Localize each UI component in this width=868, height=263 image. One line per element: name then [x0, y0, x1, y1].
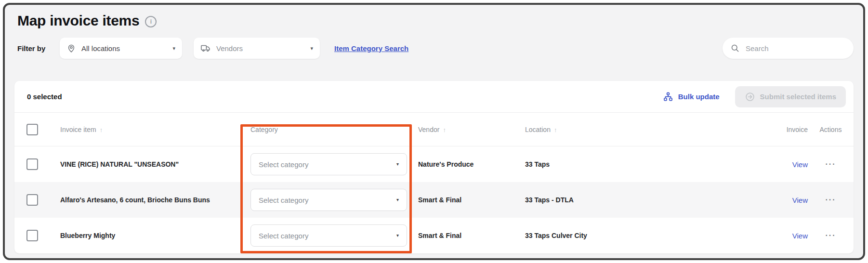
column-header-category: Category	[250, 126, 418, 133]
search-input[interactable]	[745, 44, 846, 53]
view-invoice-link[interactable]: View	[792, 196, 808, 204]
sort-asc-icon: ↑	[554, 126, 557, 133]
locations-dropdown-value: All locations	[81, 44, 172, 53]
view-invoice-link[interactable]: View	[792, 160, 808, 169]
filter-bar: Filter by All locations ▾	[17, 38, 854, 59]
vendors-dropdown-placeholder: Vendors	[216, 44, 310, 53]
search-box[interactable]	[723, 38, 854, 59]
row-checkbox[interactable]	[26, 158, 38, 170]
select-all-checkbox[interactable]	[26, 124, 38, 135]
location-pin-icon	[66, 43, 76, 53]
category-select-placeholder: Select category	[259, 160, 396, 169]
chevron-down-icon: ▾	[172, 46, 175, 51]
location-name: 33 Taps Culver City	[525, 232, 587, 239]
bulk-update-label: Bulk update	[678, 92, 720, 101]
row-checkbox[interactable]	[26, 230, 38, 241]
chevron-down-icon: ▾	[396, 197, 399, 202]
vendor-name: Nature's Produce	[418, 160, 473, 168]
invoice-items-card: 0 selected Bulk update	[14, 81, 854, 253]
sitemap-icon	[663, 92, 673, 102]
category-select-placeholder: Select category	[259, 232, 396, 240]
vendors-dropdown[interactable]: Vendors ▾	[194, 38, 320, 59]
chevron-down-icon: ▾	[310, 46, 313, 51]
sort-asc-icon: ↑	[100, 126, 103, 133]
view-invoice-link[interactable]: View	[792, 232, 808, 240]
location-name: 33 Taps	[525, 160, 550, 168]
app-frame: Map invoice items i Filter by All locati…	[3, 3, 865, 260]
row-checkbox[interactable]	[26, 194, 38, 206]
table-header-row: Invoice item↑ Category Vendor↑ Location↑…	[14, 113, 854, 146]
truck-icon	[200, 43, 211, 53]
submit-selected-items-button[interactable]: Submit selected items	[735, 86, 846, 107]
invoice-item-name: VINE (RICE) NATURAL "UNSEASON"	[60, 160, 179, 168]
chevron-down-icon: ▾	[396, 162, 399, 167]
arrow-right-circle-icon	[745, 92, 755, 102]
category-select[interactable]: Select category ▾	[250, 189, 407, 211]
column-header-vendor[interactable]: Vendor↑	[418, 126, 525, 133]
page-title: Map invoice items	[17, 13, 139, 29]
map-invoice-items-page: Map invoice items i Filter by All locati…	[0, 0, 868, 263]
vendor-name: Smart & Final	[418, 232, 461, 239]
table-row: VINE (RICE) NATURAL "UNSEASON" Select ca…	[14, 146, 854, 182]
selection-toolbar: 0 selected Bulk update	[14, 81, 854, 113]
more-actions-icon[interactable]: ···	[826, 231, 836, 240]
category-select-placeholder: Select category	[259, 196, 396, 204]
location-name: 33 Taps - DTLA	[525, 196, 574, 204]
item-category-search-link[interactable]: Item Category Search	[334, 44, 408, 53]
sort-asc-icon: ↑	[443, 126, 446, 133]
column-header-location[interactable]: Location↑	[525, 126, 760, 133]
locations-dropdown[interactable]: All locations ▾	[60, 38, 182, 59]
more-actions-icon[interactable]: ···	[826, 196, 836, 204]
category-select[interactable]: Select category ▾	[250, 224, 407, 247]
bulk-update-button[interactable]: Bulk update	[660, 91, 723, 103]
filter-by-label: Filter by	[17, 44, 60, 53]
chevron-down-icon: ▾	[396, 233, 399, 238]
column-header-invoice: Invoice	[760, 126, 808, 133]
selected-count: 0 selected	[27, 92, 62, 101]
info-icon[interactable]: i	[145, 16, 157, 27]
invoice-item-name: Blueberry Mighty	[60, 232, 115, 239]
more-actions-icon[interactable]: ···	[826, 160, 836, 169]
submit-selected-items-label: Submit selected items	[760, 92, 836, 101]
category-select[interactable]: Select category ▾	[250, 153, 407, 175]
table-row: Alfaro's Artesano, 6 count, Brioche Buns…	[14, 182, 854, 218]
table-row: Blueberry Mighty Select category ▾ Smart…	[14, 218, 854, 253]
column-header-invoice-item[interactable]: Invoice item↑	[60, 126, 250, 133]
search-icon	[730, 43, 740, 53]
title-row: Map invoice items i	[17, 13, 852, 29]
column-header-actions: Actions	[808, 126, 854, 133]
vendor-name: Smart & Final	[418, 196, 461, 204]
invoice-item-name: Alfaro's Artesano, 6 count, Brioche Buns…	[60, 196, 210, 204]
